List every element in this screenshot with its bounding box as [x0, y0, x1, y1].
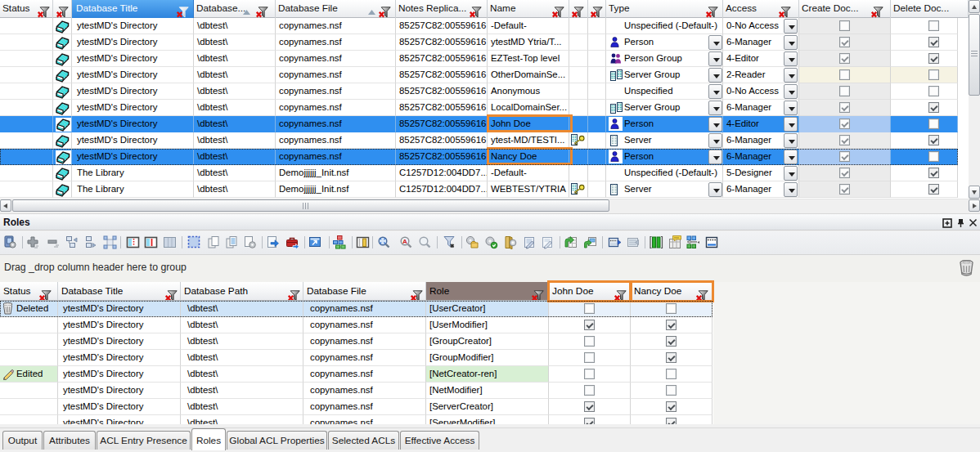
svg-text:A: A — [402, 238, 407, 245]
